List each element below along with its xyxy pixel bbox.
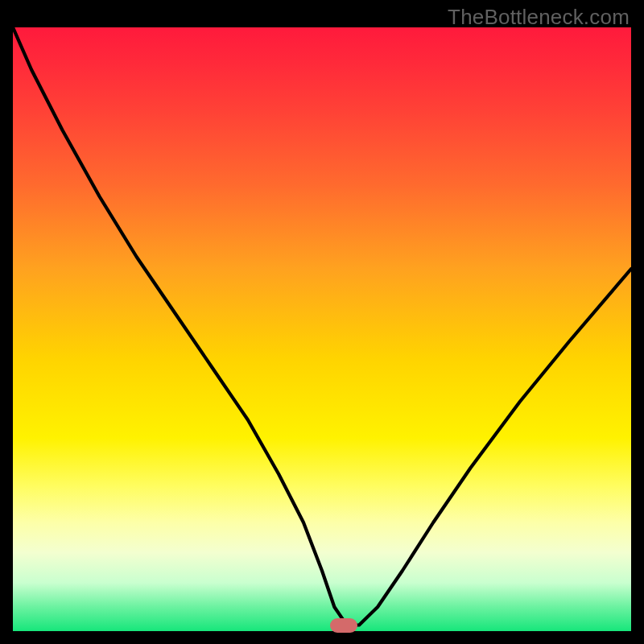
- chart-frame: TheBottleneck.com: [0, 0, 644, 644]
- gradient-panel: [13, 27, 631, 631]
- watermark-text: TheBottleneck.com: [448, 5, 630, 30]
- minimum-marker: [330, 618, 357, 633]
- bottleneck-curve: [13, 27, 631, 631]
